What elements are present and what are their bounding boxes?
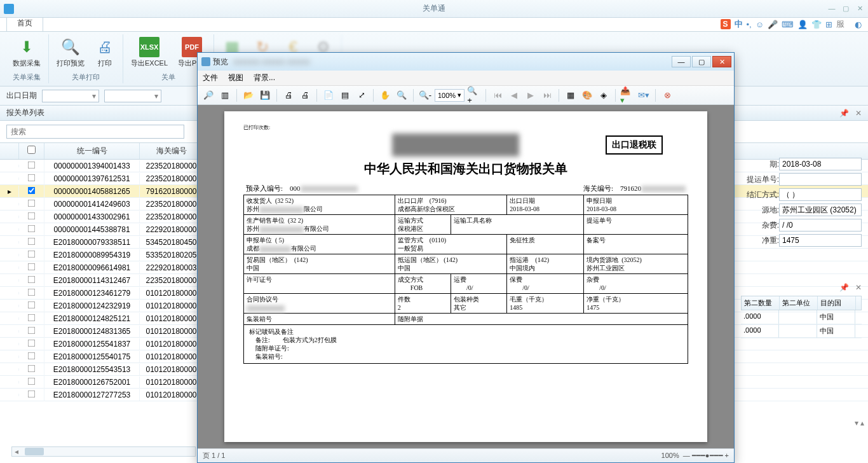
- email-icon[interactable]: ✉▾: [637, 88, 651, 102]
- preview-viewport[interactable]: 已打印次数: 出口退税联 中华人民共和国海关出口货物报关单 预录入编号: 000…: [198, 105, 734, 448]
- detail-bl[interactable]: [779, 173, 862, 186]
- row-checkbox[interactable]: [28, 275, 36, 283]
- ime-keyboard-icon[interactable]: ⌨: [782, 20, 794, 29]
- export-icon[interactable]: 📤▾: [620, 88, 634, 102]
- row-checkbox[interactable]: [28, 314, 36, 321]
- header-icon[interactable]: ▤: [338, 88, 352, 102]
- pin-icon[interactable]: 📌: [839, 283, 849, 296]
- print-button[interactable]: 🖨 打印: [92, 36, 118, 69]
- detail-date[interactable]: 2018-03-08: [779, 158, 862, 170]
- watermark-icon[interactable]: ◈: [597, 88, 611, 102]
- ime-text-icon[interactable]: 服: [836, 18, 844, 30]
- table-row[interactable]: .0000中国: [741, 324, 862, 338]
- xlsx-icon: XLSX: [139, 37, 159, 57]
- col-unified-id[interactable]: 统一编号: [44, 143, 140, 159]
- ime-tool-icon[interactable]: ⊞: [825, 20, 832, 29]
- minimize-button[interactable]: —: [826, 4, 837, 13]
- detail-misc[interactable]: / /0: [779, 219, 862, 232]
- row-checkbox[interactable]: [28, 352, 36, 359]
- close-preview-icon[interactable]: ⊗: [660, 88, 674, 102]
- row-checkbox[interactable]: [28, 339, 36, 347]
- next-page-icon[interactable]: ▶: [524, 88, 538, 102]
- titlebar: 关单通 — ▢ ✕: [0, 0, 868, 18]
- first-page-icon[interactable]: ⏮: [491, 88, 505, 102]
- ribbon-group-print: 🔍 打印预览 🖨 打印 关单打印: [49, 34, 123, 83]
- app-title: 关单通: [423, 3, 445, 14]
- export-excel-button[interactable]: XLSX 导出EXCEL: [128, 36, 170, 69]
- thumbnail-icon[interactable]: ▥: [218, 88, 232, 102]
- col-customs-id[interactable]: 海关编号: [140, 143, 203, 159]
- save-icon[interactable]: 💾: [258, 88, 272, 102]
- document-title: 中华人民共和国海关出口货物报关单: [243, 160, 688, 177]
- prev-page-icon[interactable]: ◀: [507, 88, 521, 102]
- horizontal-scrollbar[interactable]: ◂: [11, 446, 196, 457]
- zoom-combo[interactable]: 100% ▾: [435, 89, 465, 102]
- preview-titlebar[interactable]: 预览 xxxxxxx xxxxxx xxxxxx — ▢ ✕: [198, 53, 734, 71]
- preview-minimize-button[interactable]: —: [672, 56, 691, 67]
- menu-bg[interactable]: 背景...: [254, 73, 275, 83]
- preview-icon: 🔍: [60, 37, 81, 57]
- ime-logo-icon[interactable]: S: [721, 19, 731, 29]
- ime-mic-icon[interactable]: 🎤: [768, 20, 778, 29]
- menu-view[interactable]: 视图: [228, 73, 243, 83]
- panel-close-icon[interactable]: ✕: [855, 109, 862, 118]
- ime-skin-icon[interactable]: 👕: [811, 20, 822, 29]
- list-panel-title: 报关单列表: [6, 107, 44, 118]
- scale-icon[interactable]: ⤢: [355, 88, 369, 102]
- chevron-down-icon[interactable]: ▾ ▴: [855, 418, 864, 427]
- quickprint-icon[interactable]: 🖨: [298, 88, 312, 102]
- row-checkbox[interactable]: [28, 390, 36, 397]
- row-checkbox[interactable]: [28, 186, 36, 194]
- row-checkbox[interactable]: [28, 237, 36, 245]
- row-checkbox[interactable]: [28, 288, 36, 296]
- preview-menubar: 文件 视图 背景...: [198, 71, 734, 86]
- row-checkbox[interactable]: [28, 250, 36, 258]
- row-checkbox[interactable]: [28, 364, 36, 372]
- row-checkbox[interactable]: [28, 301, 36, 308]
- export-date-label: 出口日期: [6, 90, 37, 101]
- open-icon[interactable]: 📂: [241, 88, 255, 102]
- magnifier-icon[interactable]: 🔍: [395, 88, 409, 102]
- preview-maximize-button[interactable]: ▢: [692, 56, 711, 67]
- ime-emoji-icon[interactable]: ☺: [756, 20, 764, 29]
- zoomin-icon[interactable]: 🔍+: [467, 88, 481, 102]
- hand-icon[interactable]: ✋: [378, 88, 392, 102]
- menu-file[interactable]: 文件: [203, 73, 218, 83]
- ime-punct-icon[interactable]: •,: [747, 20, 752, 29]
- row-checkbox[interactable]: [28, 199, 36, 207]
- ime-lang[interactable]: 中: [735, 18, 743, 30]
- download-icon: ⬇: [17, 37, 37, 57]
- ime-user-icon[interactable]: 👤: [797, 20, 808, 29]
- ime-help-icon[interactable]: ◐: [855, 20, 862, 29]
- preview-close-button[interactable]: ✕: [712, 56, 731, 67]
- row-checkbox[interactable]: [28, 161, 36, 169]
- data-collect-button[interactable]: ⬇ 数据采集: [10, 36, 43, 69]
- detail-settle[interactable]: （ ）: [779, 188, 862, 201]
- row-checkbox[interactable]: [28, 225, 36, 232]
- date-from-input[interactable]: ▾: [42, 90, 99, 102]
- last-page-icon[interactable]: ⏭: [540, 88, 554, 102]
- row-checkbox[interactable]: [28, 326, 36, 334]
- binoculars-icon[interactable]: 🔎: [201, 88, 215, 102]
- col-check[interactable]: [19, 143, 44, 159]
- close-button[interactable]: ✕: [854, 4, 865, 13]
- row-checkbox[interactable]: [28, 212, 36, 219]
- table-row[interactable]: .0000中国: [741, 310, 862, 324]
- multipage-icon[interactable]: ▦: [564, 88, 578, 102]
- zoomout-icon[interactable]: 🔍-: [418, 88, 432, 102]
- date-to-input[interactable]: ▾: [104, 90, 161, 102]
- pin-icon[interactable]: 📌: [839, 109, 849, 118]
- row-checkbox[interactable]: [28, 263, 36, 270]
- print-icon[interactable]: 🖨: [281, 88, 295, 102]
- row-checkbox[interactable]: [28, 377, 36, 385]
- maximize-button[interactable]: ▢: [840, 4, 851, 13]
- detail-net[interactable]: 1475: [779, 234, 862, 247]
- row-checkbox[interactable]: [28, 174, 36, 181]
- close-icon[interactable]: ✕: [855, 283, 862, 296]
- search-input[interactable]: [6, 125, 184, 139]
- print-preview-button[interactable]: 🔍 打印预览: [54, 36, 87, 69]
- bgcolor-icon[interactable]: 🎨: [580, 88, 594, 102]
- detail-origin[interactable]: 苏州工业园区 (32052): [779, 204, 862, 216]
- pagesetup-icon[interactable]: 📄: [322, 88, 336, 102]
- preview-window: 预览 xxxxxxx xxxxxx xxxxxx — ▢ ✕ 文件 视图 背景.…: [197, 52, 735, 463]
